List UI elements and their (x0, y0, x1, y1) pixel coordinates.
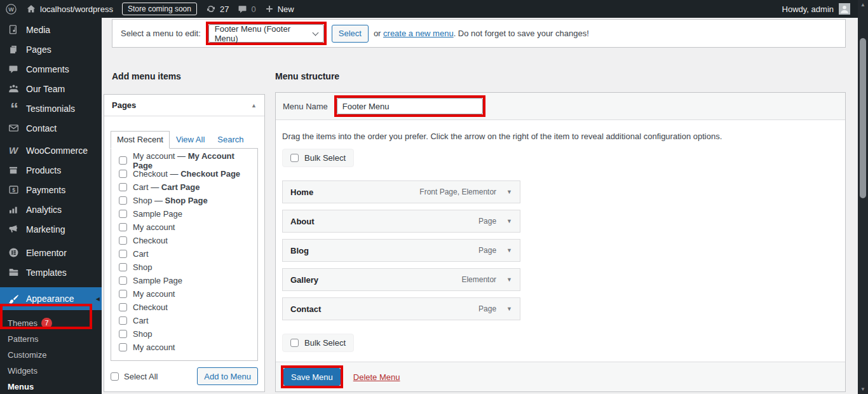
checkbox[interactable] (119, 303, 127, 311)
sidebar-item-pages[interactable]: Pages (0, 39, 102, 59)
sidebar-item-comments[interactable]: Comments (0, 59, 102, 79)
expand-arrow-icon[interactable]: ▼ (506, 247, 512, 254)
checkbox[interactable] (119, 290, 127, 298)
select-all-checkbox[interactable] (111, 372, 119, 381)
checkbox[interactable] (119, 250, 127, 258)
submenu-item-menus[interactable]: Menus (0, 379, 102, 394)
collapse-arrow-icon[interactable]: ▲ (251, 102, 257, 109)
sidebar-item-contact[interactable]: Contact (0, 118, 102, 138)
page-checklist-item[interactable]: Checkout (111, 301, 257, 314)
scrollbar-up-arrow[interactable]: ▲ (858, 2, 868, 8)
checkbox[interactable] (119, 236, 127, 245)
scrollbar-down-arrow[interactable]: ▼ (858, 386, 868, 392)
checkbox[interactable] (119, 196, 127, 205)
expand-arrow-icon[interactable]: ▼ (506, 306, 512, 312)
sidebar-item-appearance[interactable]: Appearance ◀ (0, 287, 102, 310)
pages-checklist: My account — My Account Page Checkout — … (111, 148, 258, 361)
menu-item-row[interactable]: Gallery Elementor ▼ (282, 268, 520, 291)
sidebar-item-analytics[interactable]: Analytics (0, 200, 102, 219)
bulk-select-checkbox[interactable] (290, 339, 299, 347)
menu-item-row[interactable]: About Page ▼ (282, 210, 520, 233)
comments-indicator[interactable]: 0 (238, 4, 255, 14)
sidebar-item-woocommerce[interactable]: W WooCommerce (0, 140, 102, 160)
tab-most-recent[interactable]: Most Recent (111, 131, 170, 149)
sidebar-item-our-team[interactable]: Our Team (0, 79, 102, 98)
checkbox[interactable] (119, 316, 127, 325)
save-menu-button[interactable]: Save Menu (283, 368, 341, 386)
create-new-menu-link[interactable]: create a new menu (383, 29, 454, 38)
sidebar-item-label: Appearance (26, 294, 74, 304)
sidebar-item-marketing[interactable]: Marketing (0, 219, 102, 239)
checkbox[interactable] (119, 276, 127, 285)
delete-menu-link[interactable]: Delete Menu (353, 372, 400, 382)
add-to-menu-button[interactable]: Add to Menu (197, 367, 258, 385)
page-checklist-item[interactable]: Shop (111, 327, 257, 341)
site-link[interactable]: localhost/wordpress (26, 4, 113, 14)
menu-name-input[interactable] (337, 98, 483, 114)
plus-icon (265, 4, 274, 13)
svg-text:W: W (8, 6, 14, 12)
page-checklist-item[interactable]: My account — My Account Page (111, 154, 257, 167)
page-checklist-item[interactable]: My account (111, 287, 257, 301)
page-checklist-item[interactable]: My account (111, 221, 257, 234)
page-checklist-item[interactable]: Shop (111, 261, 257, 274)
scrollbar-thumb[interactable] (860, 38, 866, 198)
page-checklist-item[interactable]: Sample Page (111, 207, 257, 221)
page-checklist-item[interactable]: Cart (111, 247, 257, 261)
new-button[interactable]: New (265, 4, 294, 14)
checkbox[interactable] (119, 223, 127, 231)
expand-arrow-icon[interactable]: ▼ (506, 189, 512, 195)
annotation-box-menu-name (334, 95, 485, 117)
tab-view-all[interactable]: View All (170, 132, 211, 148)
page-item-text: Sample Page (133, 276, 182, 285)
submenu-item-themes[interactable]: Themes 7 (0, 315, 102, 331)
sidebar-item-media[interactable]: Media (0, 20, 102, 39)
page-checklist-item[interactable]: Shop — Shop Page (111, 194, 257, 207)
sidebar-item-payments[interactable]: $ Payments (0, 180, 102, 200)
templates-icon (7, 267, 20, 278)
page-checklist-item[interactable]: Cart (111, 314, 257, 327)
checkbox[interactable] (119, 263, 127, 271)
expand-arrow-icon[interactable]: ▼ (506, 276, 512, 283)
sidebar-item-label: Payments (26, 185, 65, 195)
select-button[interactable]: Select (332, 25, 369, 43)
page-checklist-item[interactable]: My account (111, 341, 257, 354)
checkbox[interactable] (119, 330, 127, 338)
bulk-select-bottom[interactable]: Bulk Select (282, 334, 354, 352)
select-all-control[interactable]: Select All (111, 372, 158, 381)
menu-items-list: Home Front Page, Elementor ▼ About Page … (282, 180, 839, 320)
menu-item-row[interactable]: Home Front Page, Elementor ▼ (282, 180, 520, 203)
pages-panel-header[interactable]: Pages ▲ (104, 95, 264, 116)
analytics-icon (7, 205, 20, 215)
menu-item-row[interactable]: Contact Page ▼ (282, 297, 520, 320)
avatar[interactable] (839, 3, 850, 15)
tab-search[interactable]: Search (211, 132, 250, 148)
checkbox[interactable] (119, 210, 127, 218)
expand-arrow-icon[interactable]: ▼ (506, 218, 512, 224)
checkbox[interactable] (119, 343, 127, 351)
bulk-select-checkbox[interactable] (290, 154, 299, 162)
page-item-text: Shop (133, 329, 152, 339)
sidebar-item-elementor[interactable]: Elementor (0, 243, 102, 262)
submenu-item-patterns[interactable]: Patterns (0, 331, 102, 347)
bulk-select-top[interactable]: Bulk Select (282, 149, 354, 167)
page-checklist-item[interactable]: Sample Page (111, 274, 257, 287)
menu-select-dropdown[interactable]: Footer Menu (Footer Menu) (208, 24, 324, 43)
testimonials-icon: “ (7, 104, 20, 113)
page-checklist-item[interactable]: Cart — Cart Page (111, 180, 257, 194)
checkbox[interactable] (119, 156, 127, 165)
vertical-scrollbar[interactable]: ▲ ▼ (858, 0, 868, 394)
sidebar-item-templates[interactable]: Templates (0, 262, 102, 282)
updates-indicator[interactable]: 27 (206, 4, 229, 14)
menu-item-row[interactable]: Blog Page ▼ (282, 239, 520, 262)
howdy-text[interactable]: Howdy, admin (782, 4, 834, 14)
checkbox[interactable] (119, 170, 127, 178)
wordpress-logo-icon[interactable]: W (5, 3, 17, 15)
checkbox[interactable] (119, 183, 127, 191)
submenu-item-customize[interactable]: Customize (0, 347, 102, 363)
sidebar-item-products[interactable]: Products (0, 160, 102, 180)
page-checklist-item[interactable]: Checkout (111, 234, 257, 247)
submenu-item-widgets[interactable]: Widgets (0, 363, 102, 379)
page-checklist-item[interactable]: Checkout — Checkout Page (111, 167, 257, 180)
sidebar-item-testimonials[interactable]: “ Testimonials (0, 98, 102, 118)
